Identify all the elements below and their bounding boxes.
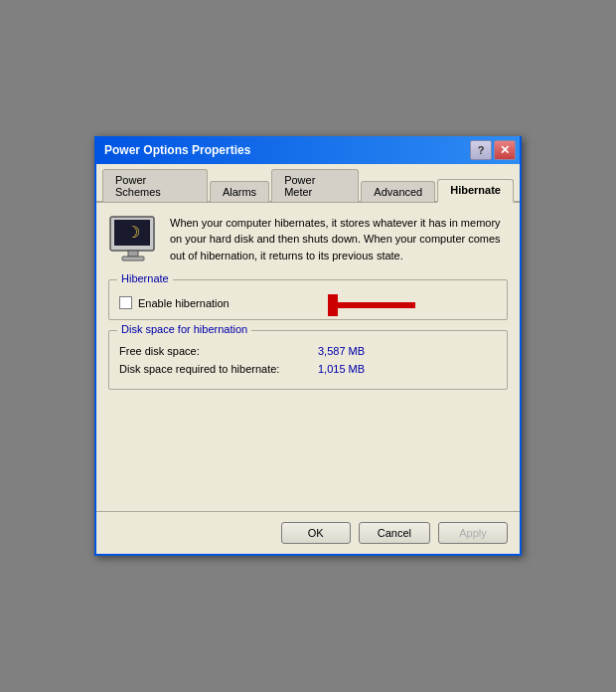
tab-advanced[interactable]: Advanced (361, 181, 435, 202)
svg-text:☽: ☽ (126, 224, 140, 241)
free-disk-label: Free disk space: (119, 345, 318, 357)
info-section: ☽ When your computer hibernates, it stor… (108, 215, 508, 264)
title-bar-buttons: ? ✕ (470, 140, 516, 160)
enable-hibernation-checkbox[interactable] (119, 296, 132, 309)
enable-hibernation-label: Enable hibernation (138, 297, 230, 309)
free-disk-value: 3,587 MB (318, 345, 365, 357)
info-text: When your computer hibernates, it stores… (170, 215, 508, 264)
svg-rect-4 (122, 257, 144, 260)
hibernate-group-label: Hibernate (117, 272, 173, 284)
hibernate-group: Hibernate Enable hibernation (108, 279, 508, 320)
svg-rect-3 (128, 251, 138, 257)
tab-alarms[interactable]: Alarms (210, 181, 269, 202)
tab-power-meter[interactable]: Power Meter (271, 169, 359, 202)
ok-button[interactable]: OK (281, 522, 351, 544)
help-button[interactable]: ? (470, 140, 492, 160)
close-button[interactable]: ✕ (494, 140, 516, 160)
disk-space-group-label: Disk space for hibernation (117, 323, 251, 335)
apply-button[interactable]: Apply (438, 522, 508, 544)
title-bar-text: Power Options Properties (104, 143, 250, 157)
cancel-button[interactable]: Cancel (359, 522, 430, 544)
footer: OK Cancel Apply (96, 511, 520, 554)
window-title: Power Options Properties (104, 143, 250, 157)
tabs-row: Power Schemes Alarms Power Meter Advance… (96, 164, 520, 203)
required-disk-value: 1,015 MB (318, 363, 365, 375)
free-disk-row: Free disk space: 3,587 MB (119, 345, 497, 357)
tab-hibernate[interactable]: Hibernate (437, 179, 514, 203)
required-disk-label: Disk space required to hibernate: (119, 363, 318, 375)
spacer (108, 400, 508, 499)
dialog-window: Power Options Properties ? ✕ Power Schem… (94, 136, 522, 557)
title-bar: Power Options Properties ? ✕ (96, 136, 520, 164)
arrow-indicator (328, 294, 417, 318)
content-area: ☽ When your computer hibernates, it stor… (96, 203, 520, 512)
required-disk-row: Disk space required to hibernate: 1,015 … (119, 363, 497, 375)
tab-power-schemes[interactable]: Power Schemes (102, 169, 208, 202)
hibernate-checkbox-row: Enable hibernation (119, 296, 497, 309)
disk-space-group: Disk space for hibernation Free disk spa… (108, 330, 508, 390)
monitor-icon: ☽ (108, 215, 160, 262)
